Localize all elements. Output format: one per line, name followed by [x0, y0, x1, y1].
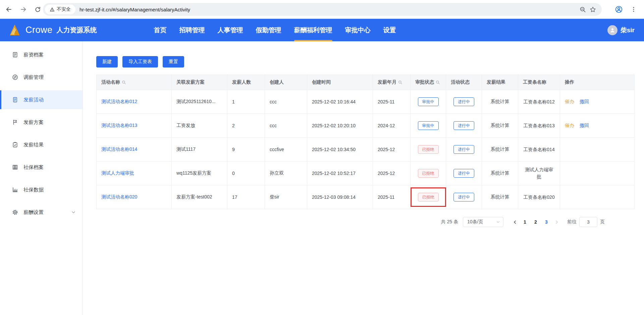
- cell-plan: 测试1117: [172, 138, 227, 162]
- app-header: Crowe 人力资源系统 首页 招聘管理 人事管理 假勤管理 薪酬福利管理 审批…: [0, 19, 644, 41]
- cell-plan: wq1125发薪方案: [172, 162, 227, 185]
- cell-created-at: 2025-12-03 09:08:14: [307, 185, 373, 209]
- activity-name-link[interactable]: 测试活动名称020: [101, 194, 137, 199]
- address-bar[interactable]: 不安全 hr-test.zjf-it.cn/#/salaryManagement…: [43, 3, 602, 16]
- cell-count: 9: [227, 138, 265, 162]
- activity-status-badge: 进行中: [453, 97, 474, 106]
- cell-result: 系统计算: [482, 114, 518, 138]
- col-slip-name: 工资条名称: [518, 75, 560, 90]
- cell-count: 2: [227, 114, 265, 138]
- import-payroll-button[interactable]: 导入工资表: [122, 56, 158, 68]
- sidebar-item-social-archive[interactable]: 社保档案: [0, 158, 83, 177]
- create-button[interactable]: 新建: [96, 56, 118, 68]
- security-label: 不安全: [57, 6, 71, 12]
- browser-forward-button[interactable]: [19, 5, 28, 14]
- cell-plan: 测试2025112610...: [172, 90, 227, 114]
- payroll-plan-icon: [12, 119, 18, 125]
- withdraw-link[interactable]: 撤回: [580, 123, 589, 128]
- nav-item-approval-center[interactable]: 审批中心: [345, 26, 371, 35]
- page-number[interactable]: 1: [520, 219, 530, 225]
- gear-icon: [12, 209, 18, 215]
- page-number[interactable]: 2: [531, 219, 540, 225]
- reset-button[interactable]: 重置: [163, 56, 184, 68]
- search-icon[interactable]: [398, 80, 402, 85]
- col-result: 发薪结果: [482, 75, 518, 90]
- user-menu[interactable]: 柴sir: [607, 25, 644, 35]
- next-page-icon[interactable]: [552, 220, 560, 224]
- nav-item-recruit[interactable]: 招聘管理: [179, 26, 205, 35]
- prev-page-icon[interactable]: [511, 220, 519, 224]
- salary-adjust-icon: [12, 74, 18, 80]
- sidebar-item-salary-settings[interactable]: 薪酬设置: [0, 203, 83, 222]
- main-nav: 首页 招聘管理 人事管理 假勤管理 薪酬福利管理 审批中心 设置: [154, 26, 396, 35]
- col-count: 发薪人数: [227, 75, 265, 90]
- sidebar-item-salary-archive[interactable]: 薪资档案: [0, 45, 83, 64]
- activity-name-link[interactable]: 测试活动名称012: [101, 99, 137, 104]
- search-icon[interactable]: [122, 80, 126, 85]
- col-plan: 关联发薪方案: [172, 75, 227, 90]
- brand-name: Crowe: [25, 25, 53, 35]
- cell-creator: cccfive: [265, 138, 307, 162]
- table-row: 测试活动名称012 测试2025112610... 1 ccc 2025-12-…: [97, 90, 635, 114]
- table-row: 测试活动名称014 测试1117 9 cccfive 2025-12-02 10…: [97, 138, 635, 162]
- cell-creator: ccc: [265, 114, 307, 138]
- activity-status-badge: 进行中: [453, 145, 474, 154]
- cell-slip-name: 测试人力端审批: [518, 162, 560, 185]
- cell-plan: 工资发放: [172, 114, 227, 138]
- nav-item-settings[interactable]: 设置: [383, 26, 396, 35]
- zoom-indicator-icon[interactable]: [578, 4, 588, 14]
- nav-item-salary-benefits[interactable]: 薪酬福利管理: [294, 26, 332, 35]
- page-size-select[interactable]: 10条/页: [463, 217, 503, 227]
- user-icon: [609, 27, 615, 33]
- nav-item-home[interactable]: 首页: [154, 26, 167, 35]
- page-number[interactable]: 3: [542, 219, 551, 225]
- activity-status-badge: 进行中: [453, 169, 474, 178]
- social-archive-icon: [12, 164, 18, 170]
- chevron-down-icon: [71, 210, 76, 215]
- search-icon[interactable]: [436, 80, 440, 85]
- cell-result: 系统计算: [482, 185, 518, 209]
- sidebar-item-payroll-activity[interactable]: 发薪活动: [0, 90, 83, 109]
- col-actions: 操作: [560, 75, 635, 90]
- payroll-result-icon: [12, 142, 18, 148]
- url-text[interactable]: hr-test.zjf-it.cn/#/salaryManagement/sal…: [79, 7, 578, 12]
- activity-name-link[interactable]: 测试人力端审批: [101, 170, 134, 176]
- chevron-down-icon: [496, 220, 500, 224]
- goto-page: 前往 页: [567, 217, 605, 227]
- cell-slip-name: 工资条名称020: [518, 185, 560, 209]
- col-activity-status: 活动状态: [446, 75, 482, 90]
- nav-item-hr[interactable]: 人事管理: [218, 26, 243, 35]
- urge-link[interactable]: 催办: [565, 123, 574, 128]
- cell-count: 0: [227, 162, 265, 185]
- cell-created-at: 2025-12-02 10:20:10: [307, 114, 373, 138]
- col-month: 发薪年月: [373, 75, 411, 90]
- cell-created-at: 2025-12-02 10:52:17: [307, 162, 373, 185]
- nav-item-attendance[interactable]: 假勤管理: [256, 26, 281, 35]
- profile-icon[interactable]: [614, 4, 624, 14]
- app-title: 人力资源系统: [57, 26, 97, 35]
- cell-count: 17: [227, 185, 265, 209]
- goto-page-input[interactable]: [579, 217, 597, 227]
- forward-arrow-icon: [20, 6, 27, 13]
- urge-link[interactable]: 催办: [565, 99, 574, 104]
- browser-reload-button[interactable]: [33, 5, 42, 14]
- bookmark-star-icon[interactable]: [588, 4, 598, 14]
- salary-archive-icon: [12, 52, 18, 58]
- cell-result: 系统计算: [482, 90, 518, 114]
- browser-back-button[interactable]: [4, 5, 13, 14]
- activity-name-link[interactable]: 测试活动名称014: [101, 146, 137, 152]
- browser-menu-icon[interactable]: [629, 4, 639, 14]
- col-creator: 创建人: [265, 75, 307, 90]
- sidebar-item-payroll-result[interactable]: 发薪结果: [0, 135, 83, 154]
- sidebar-item-payroll-plan[interactable]: 发薪方案: [0, 113, 83, 132]
- crowe-logo-icon: [8, 23, 21, 37]
- withdraw-link[interactable]: 撤回: [580, 99, 589, 104]
- activity-name-link[interactable]: 测试活动名称013: [101, 123, 137, 128]
- sidebar-item-social-data[interactable]: 社保数据: [0, 180, 83, 199]
- cell-slip-name: 工资条名称013: [518, 114, 560, 138]
- cell-created-at: 2025-12-02 10:16:44: [307, 90, 373, 114]
- sidebar: 薪资档案 调薪管理 发薪活动 发薪方案 发薪结果: [0, 41, 83, 315]
- security-chip[interactable]: 不安全: [45, 5, 75, 14]
- activity-status-badge: 进行中: [453, 193, 474, 201]
- sidebar-item-salary-adjust[interactable]: 调薪管理: [0, 68, 83, 87]
